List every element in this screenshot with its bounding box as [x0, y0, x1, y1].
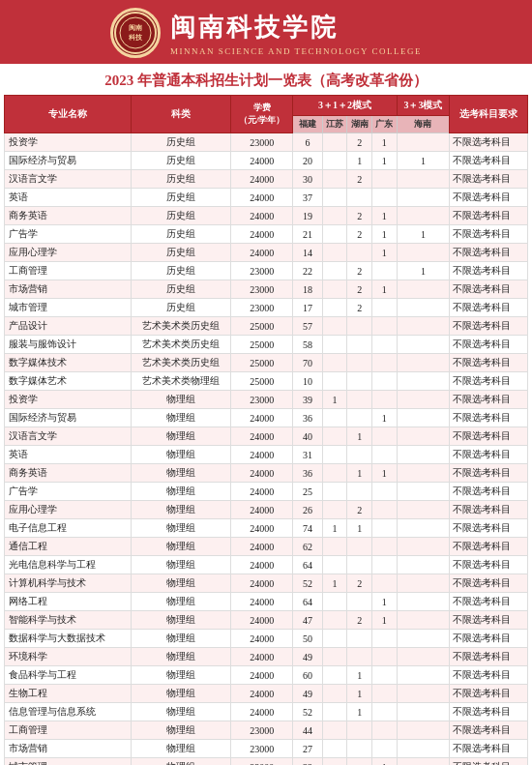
table-container: 专业名称 科类 学费（元/学年） 3＋1＋2模式 3＋3模式 选考科目要求 福建… [0, 95, 532, 765]
table-cell [322, 611, 347, 630]
table-cell: 历史组 [131, 207, 231, 225]
table-cell: 1 [371, 244, 397, 262]
table-cell [397, 721, 450, 740]
table-cell: 不限选考科目 [450, 648, 528, 666]
table-cell: 23000 [231, 299, 293, 317]
table-cell: 1 [347, 519, 372, 538]
table-cell: 历史组 [131, 152, 231, 170]
header: 闽南 科技 闽南科技学院 MINNAN SCIENCE AND TECHNOLO… [0, 0, 532, 64]
table-cell: 24000 [231, 207, 293, 225]
table-row: 商务英语历史组240001921不限选考科目 [5, 207, 528, 225]
table-cell [371, 556, 397, 574]
table-cell: 不限选考科目 [450, 685, 528, 703]
table-cell: 30 [293, 170, 322, 189]
table-row: 生物工程物理组24000491不限选考科目 [5, 685, 528, 703]
table-cell: 物理组 [131, 593, 231, 611]
table-cell: 物理组 [131, 630, 231, 648]
table-cell: 不限选考科目 [450, 703, 528, 721]
table-cell [347, 556, 372, 574]
table-cell [397, 648, 450, 666]
table-cell: 历史组 [131, 225, 231, 244]
table-cell [397, 703, 450, 721]
table-cell [322, 225, 347, 244]
table-cell: 2 [347, 280, 372, 299]
table-row: 网络工程物理组24000641不限选考科目 [5, 593, 528, 611]
table-cell: 历史组 [131, 262, 231, 280]
table-cell: 24000 [231, 464, 293, 483]
table-row: 工商管理历史组230002221不限选考科目 [5, 262, 528, 280]
table-cell [322, 133, 347, 152]
table-row: 通信工程物理组2400062不限选考科目 [5, 538, 528, 556]
table-cell: 23000 [231, 262, 293, 280]
table-cell: 1 [347, 685, 372, 703]
table-cell [371, 630, 397, 648]
table-cell [371, 574, 397, 593]
table-cell [347, 317, 372, 336]
table-cell: 应用心理学 [5, 244, 132, 262]
table-cell: 1 [397, 152, 450, 170]
table-cell: 物理组 [131, 685, 231, 703]
table-cell: 1 [371, 409, 397, 427]
table-cell [322, 280, 347, 299]
table-cell [322, 666, 347, 685]
table-cell [322, 354, 347, 372]
table-cell [347, 336, 372, 354]
table-cell: 24000 [231, 685, 293, 703]
table-cell [371, 740, 397, 758]
table-cell [397, 409, 450, 427]
table-cell: 不限选考科目 [450, 133, 528, 152]
table-cell: 1 [347, 703, 372, 721]
table-row: 数字媒体技术艺术美术类历史组2500070不限选考科目 [5, 354, 528, 372]
table-cell [322, 685, 347, 703]
table-cell: 40 [293, 427, 322, 446]
table-cell: 电子信息工程 [5, 519, 132, 538]
table-cell [322, 244, 347, 262]
table-cell [397, 666, 450, 685]
table-cell [371, 262, 397, 280]
table-cell: 21 [293, 225, 322, 244]
table-cell: 25000 [231, 317, 293, 336]
table-cell [397, 593, 450, 611]
table-cell [371, 721, 397, 740]
table-cell [371, 501, 397, 519]
table-cell: 广告学 [5, 225, 132, 244]
table-cell: 1 [371, 593, 397, 611]
col-fujian: 福建 [293, 116, 322, 133]
svg-text:闽南: 闽南 [129, 23, 142, 32]
table-cell: 光电信息科学与工程 [5, 556, 132, 574]
table-cell: 物理组 [131, 740, 231, 758]
page-wrapper: 闽南 科技 闽南科技学院 MINNAN SCIENCE AND TECHNOLO… [0, 0, 532, 765]
table-row: 产品设计艺术美术类历史组2500057不限选考科目 [5, 317, 528, 336]
table-cell [347, 648, 372, 666]
table-cell [347, 244, 372, 262]
table-cell: 6 [293, 133, 322, 152]
table-cell: 不限选考科目 [450, 611, 528, 630]
table-cell: 1 [322, 519, 347, 538]
table-cell: 计算机科学与技术 [5, 574, 132, 593]
table-cell: 1 [397, 262, 450, 280]
table-cell [347, 538, 372, 556]
table-cell [347, 446, 372, 464]
table-row: 信息管理与信息系统物理组24000521不限选考科目 [5, 703, 528, 721]
table-cell: 不限选考科目 [450, 354, 528, 372]
svg-point-0 [115, 13, 156, 53]
table-cell: 历史组 [131, 133, 231, 152]
table-cell: 服装与服饰设计 [5, 336, 132, 354]
table-cell: 1 [322, 574, 347, 593]
table-cell: 商务英语 [5, 207, 132, 225]
table-row: 工商管理物理组2300044不限选考科目 [5, 721, 528, 740]
table-cell: 23000 [231, 280, 293, 299]
table-cell [397, 758, 450, 766]
table-cell [322, 721, 347, 740]
table-cell: 物理组 [131, 556, 231, 574]
table-cell: 数字媒体技术 [5, 354, 132, 372]
table-cell [322, 409, 347, 427]
table-cell: 27 [293, 740, 322, 758]
table-row: 电子信息工程物理组240007411不限选考科目 [5, 519, 528, 538]
table-cell: 投资学 [5, 391, 132, 409]
table-cell: 不限选考科目 [450, 372, 528, 391]
table-cell [397, 630, 450, 648]
table-cell: 24000 [231, 409, 293, 427]
table-cell: 52 [293, 574, 322, 593]
table-cell: 广告学 [5, 483, 132, 501]
